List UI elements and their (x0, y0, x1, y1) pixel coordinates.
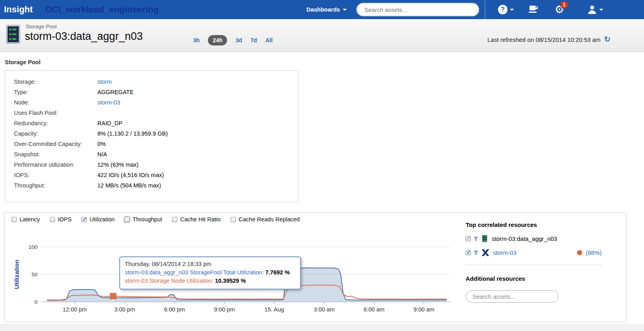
metric-toggle-cache-hit-ratio[interactable]: Cache Hit Ratio (172, 216, 221, 223)
metric-toggle-utilization[interactable]: Utilization (81, 216, 115, 223)
detail-label: Uses Flash Pool: (5, 110, 97, 116)
y-axis-title: Utilization (13, 260, 20, 289)
metric-checkbox[interactable] (50, 217, 55, 222)
refresh-icon[interactable]: ↻ (604, 36, 610, 43)
tooltip-series-2: storm-03 Storage Node Utilization: 10.39… (125, 277, 295, 285)
resource-checkbox[interactable] (466, 250, 471, 255)
correlated-resources-panel: Top correlated resources T storm-03:data… (466, 221, 602, 303)
panel-divider (466, 265, 602, 265)
top-navigation-bar: Insight OCI_workload_engineering Dashboa… (0, 0, 644, 19)
detail-label: IOPS: (5, 172, 97, 178)
metric-toggle-label: IOPS (58, 216, 72, 223)
x-tick-label: 12:00 pm (63, 306, 87, 313)
y-tick-label: 50 (32, 272, 38, 278)
metric-toggles: Latency IOPS Utilization Throughput Cach… (12, 216, 310, 223)
coffee-cup-icon (528, 4, 539, 15)
help-menu[interactable]: ? (498, 0, 514, 19)
y-tick-label: 0 (34, 299, 38, 305)
detail-value[interactable]: storm (97, 79, 112, 85)
metric-toggle-label: Utilization (89, 216, 115, 223)
metric-toggle-latency[interactable]: Latency (12, 216, 40, 223)
y-tick-label: 100 (28, 244, 38, 250)
trend-toggle[interactable]: T (474, 249, 478, 256)
resource-name: storm-03:data_aggr_n03 (492, 235, 557, 242)
additional-resources-search-input[interactable] (466, 290, 559, 303)
metric-checkbox[interactable] (231, 217, 236, 222)
metric-toggle-iops[interactable]: IOPS (50, 216, 72, 223)
detail-row: Storage: storm (5, 77, 298, 87)
metric-toggle-label: Throughput (132, 216, 162, 223)
correlated-resource-row: T storm-03:data_aggr_n03 (466, 235, 602, 242)
metric-toggle-label: Cache Reads Replaced (239, 216, 300, 223)
user-icon (587, 4, 597, 15)
x-tick-label: 9:00 pm (214, 306, 235, 313)
detail-value: 8% (1,130.2 / 13,959.9 GB) (97, 130, 168, 137)
detail-label: Snapshot: (5, 151, 97, 158)
detail-label: Throughput: (5, 182, 97, 189)
time-range-3h[interactable]: 3h (193, 37, 200, 43)
metric-checkbox[interactable] (81, 217, 87, 222)
resource-checkbox[interactable] (466, 236, 471, 241)
dashboards-menu[interactable]: Dashboards (306, 0, 347, 19)
java-client-button[interactable] (528, 0, 539, 19)
detail-row: Redundancy: RAID_DP (5, 118, 298, 128)
time-range-24h[interactable]: 24h (208, 35, 227, 45)
asset-header: Storage Pool storm-03:data_aggr_n03 3h24… (0, 19, 644, 52)
detail-value: 422 IO/s (4,516 IO/s max) (97, 172, 164, 178)
storage-pool-icon (6, 25, 21, 45)
asset-type-label: Storage Pool (26, 24, 57, 30)
admin-menu[interactable]: ⚙ 1 (555, 0, 564, 19)
detail-label: Capacity: (5, 130, 97, 137)
asset-search-input[interactable] (356, 3, 479, 16)
chevron-down-icon (510, 9, 514, 11)
storage-node-icon (482, 249, 489, 256)
detail-value: N/A (97, 151, 107, 158)
x-tick-label: 3:00 am (314, 306, 334, 313)
details-section-title: Storage Pool (5, 59, 40, 65)
metric-checkbox[interactable] (12, 217, 17, 222)
detail-value[interactable]: storm-03 (97, 99, 120, 106)
correlated-title: Top correlated resources (466, 221, 602, 228)
metric-toggle-cache-reads-replaced[interactable]: Cache Reads Replaced (231, 216, 300, 223)
additional-resources-title: Additional resources (466, 275, 602, 282)
time-range-7d[interactable]: 7d (251, 37, 257, 43)
detail-row: Over-Committed Capacity: 0% (5, 139, 298, 149)
time-range-3d[interactable]: 3d (235, 37, 242, 43)
insight-logo[interactable]: Insight (4, 0, 33, 19)
metric-checkbox[interactable] (172, 217, 177, 222)
detail-row: Capacity: 8% (1,130.2 / 13,959.9 GB) (5, 128, 298, 139)
storage-pool-icon (482, 235, 488, 242)
page-bottom-strip (0, 324, 644, 331)
detail-label: Type: (5, 89, 97, 95)
workspace-link[interactable]: OCI_workload_engineering (45, 0, 159, 19)
correlation-percent: (88%) (586, 249, 602, 256)
trend-toggle[interactable]: T (474, 235, 478, 242)
detail-row: Performance utilization: 12% (63% max) (5, 160, 298, 170)
detail-label: Storage: (5, 79, 97, 85)
resource-name[interactable]: storm-03 (493, 249, 516, 256)
chart-tooltip: Thursday, 08/14/2014 2:18:33 pm storm-03… (119, 256, 301, 290)
correlation-dot-icon (577, 250, 582, 255)
detail-label: Over-Committed Capacity: (5, 141, 97, 147)
detail-label: Node: (5, 99, 97, 106)
user-menu[interactable] (587, 0, 603, 19)
last-refreshed-label: Last refreshed on 08/15/2014 10:20:53 am (488, 36, 601, 43)
x-tick-label: 3:00 pm (114, 306, 135, 313)
time-range-selector: 3h24h3d7dAll (193, 35, 273, 45)
last-refreshed: Last refreshed on 08/15/2014 10:20:53 am… (488, 36, 610, 43)
correlation-value: (88%) (577, 249, 602, 256)
metric-toggle-throughput[interactable]: Throughput (124, 216, 162, 223)
x-tick-label: 6:00 pm (164, 306, 185, 313)
metric-checkbox[interactable] (124, 217, 130, 222)
detail-value: 12 MB/s (504 MB/s max) (97, 182, 161, 189)
topbar-divider (485, 0, 485, 19)
x-tick-label: 9:00 am (413, 306, 434, 313)
hover-marker (110, 293, 116, 299)
chevron-down-icon (599, 9, 603, 11)
detail-value: 0% (97, 141, 106, 147)
detail-label: Redundancy: (5, 120, 97, 126)
tooltip-series-1: storm-03:data_aggr_n03 StoragePool Total… (125, 268, 295, 277)
help-icon: ? (498, 5, 508, 14)
time-range-all[interactable]: All (265, 37, 273, 43)
detail-value: AGGREGATE (97, 89, 134, 95)
